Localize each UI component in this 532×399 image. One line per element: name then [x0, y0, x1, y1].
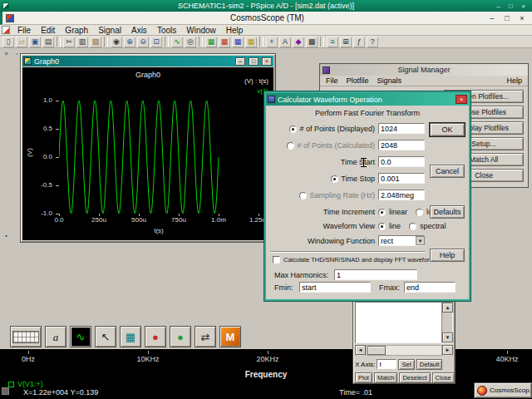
vertical-scrollbar[interactable]: ▲ ▼	[441, 303, 452, 342]
scrollbar-thumb[interactable]	[367, 346, 386, 355]
scope-icon[interactable]: ∿	[70, 326, 91, 347]
points-calculated-radio[interactable]	[287, 142, 294, 150]
probe-icon[interactable]: ↖	[95, 326, 116, 347]
camera-icon[interactable]: ◉	[111, 37, 122, 47]
menu-window[interactable]: Window	[181, 26, 221, 35]
open-icon[interactable]: ▱	[16, 37, 27, 47]
print-icon[interactable]: ▤	[42, 37, 54, 47]
menu-tools[interactable]: Tools	[152, 26, 181, 35]
export-icon[interactable]: ⇄	[195, 326, 216, 347]
palette-red-icon[interactable]: ●	[145, 326, 166, 347]
plot-button[interactable]: Plot	[355, 372, 372, 383]
points-displayed-radio[interactable]	[289, 126, 297, 133]
marker-icon[interactable]: ◆	[293, 37, 304, 47]
time-domain-plot[interactable]: Graph0 (V) : t(s) v(1) (V) 1.00.50.0-0.5…	[22, 67, 273, 240]
new-icon[interactable]: ▯	[2, 37, 14, 47]
waveform-icon[interactable]: ∿	[171, 37, 183, 47]
calc-dialog-titlebar[interactable]: Calculator Waveform Operation ×	[266, 93, 469, 106]
points-displayed-field[interactable]	[378, 123, 425, 134]
thd-checkbox[interactable]	[273, 256, 280, 264]
close-icon[interactable]: ×	[456, 95, 467, 104]
help-button[interactable]: Help	[430, 249, 465, 262]
cancel-button[interactable]: Cancel	[430, 165, 465, 178]
close-icon[interactable]: ×	[517, 2, 530, 11]
menu-plotfile[interactable]: Plotfile	[342, 76, 373, 85]
default-button[interactable]: Default	[416, 359, 443, 370]
time-increment-linear-radio[interactable]	[378, 209, 386, 216]
zoom-region-icon[interactable]: ⊡	[150, 37, 162, 47]
menu-signal[interactable]: Signal	[93, 26, 126, 35]
signal-list[interactable]: ▲ ▼	[355, 302, 453, 343]
fmax-field[interactable]	[404, 282, 456, 293]
time-stop-field[interactable]	[378, 173, 425, 184]
calculator-icon[interactable]: ⊞	[340, 37, 352, 47]
time-start-field[interactable]	[378, 156, 425, 167]
max-harmonics-field[interactable]	[334, 269, 417, 280]
palette-green-icon[interactable]: ●	[170, 326, 191, 347]
minimize-icon[interactable]: –	[485, 13, 499, 23]
signal-list-icon[interactable]: ≡	[327, 37, 338, 47]
points-calculated-field[interactable]	[378, 140, 425, 150]
scroll-right-icon[interactable]: ►	[442, 345, 453, 355]
minimized-window-icon[interactable]: ▪	[2, 231, 11, 240]
menu-help[interactable]: Help	[221, 26, 249, 35]
measure-icon[interactable]: ◎	[185, 37, 196, 47]
taskbar-button[interactable]: CosmosScop...	[474, 382, 532, 398]
maximize-icon[interactable]: □	[500, 13, 514, 23]
minimize-icon[interactable]: –	[492, 2, 505, 11]
zoom-in-icon[interactable]: ⊕	[124, 37, 135, 47]
menu-axis[interactable]: Axis	[126, 26, 152, 35]
menu-graph[interactable]: Graph	[60, 26, 93, 35]
fmin-field[interactable]	[299, 282, 371, 293]
cosmosscope-titlebar[interactable]: CosmosScope (TM) – □ ×	[0, 12, 532, 25]
close-icon[interactable]: ×	[262, 57, 272, 66]
overlay-icon[interactable]: ▩	[306, 37, 318, 47]
freq-legend[interactable]: V(V1:+)	[8, 380, 43, 388]
pspice-titlebar[interactable]: SCHEMATIC1-sim2 - PSpice A/D - [sim2.dat…	[0, 0, 532, 12]
sampling-rate-field[interactable]	[378, 190, 425, 200]
grid-green-icon[interactable]: ▦	[205, 37, 217, 47]
dropdown-arrow-icon[interactable]: ▼	[416, 236, 425, 245]
set-button[interactable]: Set	[398, 359, 414, 370]
cut-icon[interactable]: ✂	[63, 37, 75, 47]
grid-yellow-icon[interactable]: ▦	[245, 37, 257, 47]
waveform-view-line-radio[interactable]	[378, 223, 386, 230]
x-axis-field[interactable]	[377, 359, 397, 369]
scroll-left-icon[interactable]: ◄	[355, 345, 366, 355]
zoom-out-icon[interactable]: ⊖	[137, 37, 149, 47]
menu-file[interactable]: File	[322, 76, 342, 85]
help-icon[interactable]: ?	[367, 37, 378, 47]
sampling-rate-radio[interactable]	[299, 192, 307, 200]
menu-signals[interactable]: Signals	[373, 76, 406, 85]
deselect-button[interactable]: Deselect	[399, 372, 430, 383]
calc-tool-icon[interactable]: ▦	[120, 326, 141, 347]
waveform-view-spectral-radio[interactable]	[409, 223, 416, 230]
horizontal-scrollbar[interactable]: ◄ ►	[355, 345, 453, 356]
annotate-icon[interactable]: a	[45, 326, 66, 347]
axis-panel-close-button[interactable]: Close	[432, 372, 455, 383]
menu-edit[interactable]: Edit	[36, 26, 60, 35]
graph-window-titlebar[interactable]: Graph0 – □ ×	[22, 56, 273, 66]
scrollbar-track[interactable]	[366, 345, 442, 356]
scroll-down-icon[interactable]: ▼	[442, 332, 453, 342]
time-stop-radio[interactable]	[331, 175, 338, 183]
paste-icon[interactable]: ▧	[90, 37, 101, 47]
maximize-icon[interactable]: □	[505, 2, 517, 11]
scroll-up-icon[interactable]: ▲	[442, 303, 453, 313]
signal-manager-titlebar[interactable]: Signal Manager	[320, 64, 528, 76]
matlab-icon[interactable]: M	[219, 326, 241, 347]
match-button[interactable]: Match	[374, 372, 397, 383]
grid-blue-icon[interactable]: ▦	[232, 37, 244, 47]
copy-icon[interactable]: ▥	[76, 37, 88, 47]
defaults-button[interactable]: Defaults	[430, 205, 465, 219]
keyboard-icon[interactable]	[10, 326, 42, 347]
minimize-icon[interactable]: –	[235, 57, 245, 66]
dock-icon-1[interactable]: ≡	[2, 49, 11, 58]
time-increment-log-radio[interactable]	[416, 209, 423, 216]
text-label-icon[interactable]: A	[279, 37, 291, 47]
ok-button[interactable]: OK	[430, 123, 465, 136]
menu-help[interactable]: Help	[502, 76, 526, 85]
save-icon[interactable]: ▣	[29, 37, 41, 47]
fft-icon[interactable]: ƒ	[353, 37, 365, 47]
cursor-icon[interactable]: +	[266, 37, 278, 47]
